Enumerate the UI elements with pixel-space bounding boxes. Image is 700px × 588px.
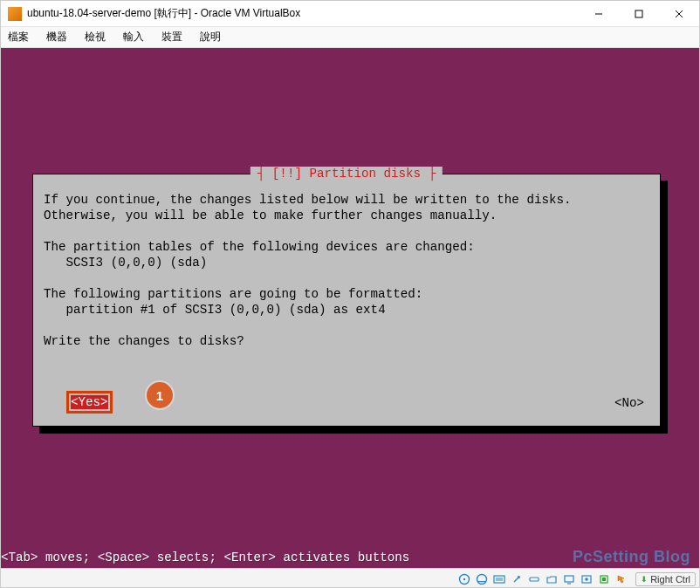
svg-rect-11: [565, 576, 573, 582]
dialog-title: ┤ [!!] Partition disks ├: [250, 167, 443, 181]
minimize-button[interactable]: [579, 1, 619, 27]
window-titlebar: ubuntu-18.04-server-demo [執行中] - Oracle …: [1, 1, 699, 27]
close-button[interactable]: [659, 1, 699, 27]
svg-rect-7: [477, 581, 486, 582]
menu-item-machine[interactable]: 機器: [46, 30, 67, 44]
yes-highlight-box: <Yes>: [66, 391, 113, 414]
optical-icon[interactable]: [475, 572, 489, 586]
svg-rect-16: [602, 578, 606, 581]
host-key-arrow-icon: ⬇: [641, 575, 648, 584]
yes-button[interactable]: <Yes>: [71, 395, 108, 409]
svg-rect-9: [496, 578, 503, 581]
mouse-integration-icon[interactable]: [614, 572, 628, 586]
shared-folder-icon[interactable]: [545, 572, 559, 586]
menubar: 檔案 機器 檢視 輸入 裝置 說明: [1, 27, 699, 48]
svg-point-14: [585, 578, 588, 581]
cpu-icon[interactable]: [597, 572, 611, 586]
network-icon[interactable]: [510, 572, 524, 586]
maximize-button[interactable]: [619, 1, 659, 27]
recording-icon[interactable]: [580, 572, 594, 586]
menu-item-devices[interactable]: 裝置: [161, 30, 182, 44]
menu-item-file[interactable]: 檔案: [8, 30, 29, 44]
menu-item-help[interactable]: 說明: [200, 30, 221, 44]
svg-point-5: [463, 578, 465, 579]
no-button[interactable]: <No>: [614, 396, 644, 410]
watermark-text: PcSetting Blog: [573, 548, 690, 566]
display-icon[interactable]: [562, 572, 576, 586]
vm-display[interactable]: ┤ [!!] Partition disks ├ If you continue…: [1, 48, 699, 568]
virtualbox-icon: [8, 7, 22, 21]
annotation-badge-1: 1: [147, 382, 173, 408]
menu-item-view[interactable]: 檢視: [85, 30, 106, 44]
dialog-body: If you continue, the changes listed belo…: [44, 192, 649, 349]
window-title: ubuntu-18.04-server-demo [執行中] - Oracle …: [27, 6, 300, 21]
host-key-indicator[interactable]: ⬇ Right Ctrl: [635, 572, 696, 586]
svg-rect-10: [530, 578, 539, 581]
svg-rect-1: [635, 10, 642, 17]
dialog-footer: <Yes> 1 <No>: [33, 394, 660, 414]
partition-dialog: ┤ [!!] Partition disks ├ If you continue…: [32, 174, 661, 427]
host-key-label: Right Ctrl: [650, 574, 690, 585]
hdd-icon[interactable]: [457, 572, 471, 586]
audio-icon[interactable]: [492, 572, 506, 586]
usb-icon[interactable]: [527, 572, 541, 586]
menu-item-input[interactable]: 輸入: [123, 30, 144, 44]
svg-point-6: [477, 574, 487, 584]
statusbar: ⬇ Right Ctrl: [1, 568, 699, 588]
nav-hint: <Tab> moves; <Space> selects; <Enter> ac…: [1, 550, 409, 564]
